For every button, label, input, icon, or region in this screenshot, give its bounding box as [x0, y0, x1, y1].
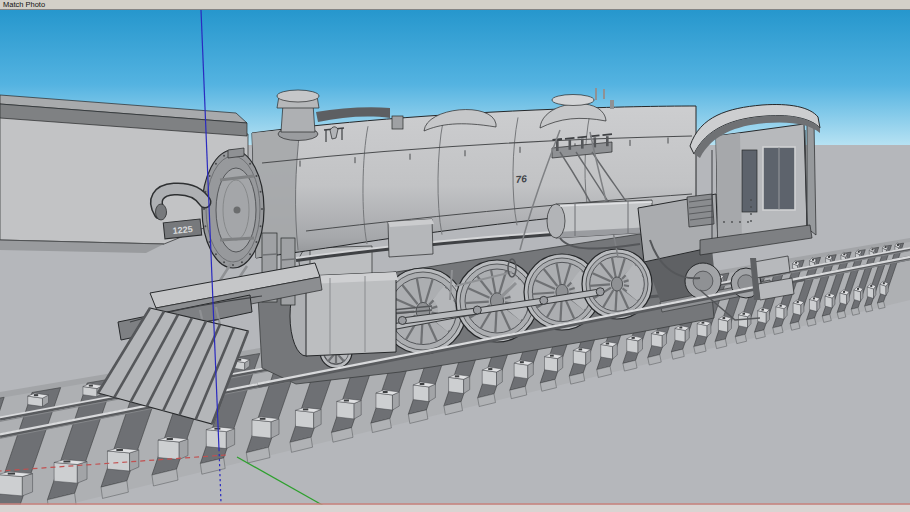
- generator: [392, 116, 403, 129]
- whistle: [610, 100, 614, 109]
- smokestack: [277, 90, 319, 141]
- boiler-mark: 76: [515, 173, 527, 185]
- 3d-viewport[interactable]: 76: [0, 10, 910, 512]
- scene-tab-match-photo[interactable]: Match Photo: [3, 0, 45, 9]
- number-plate: 1225: [163, 219, 201, 239]
- application-window: Match Photo: [0, 0, 910, 512]
- scene-tab-bar: Match Photo: [0, 0, 910, 10]
- cab-front-window: [742, 150, 757, 212]
- plate-number: 1225: [172, 224, 193, 236]
- photo-edge: [0, 504, 910, 512]
